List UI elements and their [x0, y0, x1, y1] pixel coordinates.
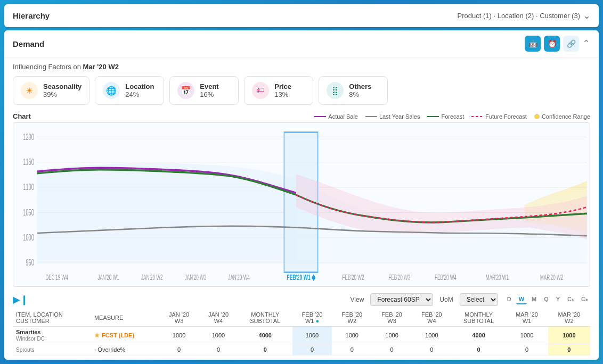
col-header-feb-w2: FEB '20W2: [332, 309, 372, 327]
svg-text:FEB'20 W1 ◆: FEB'20 W1 ◆: [287, 272, 315, 282]
toggle-q[interactable]: Q: [541, 295, 551, 304]
jan-w3-sub[interactable]: 0: [159, 344, 199, 355]
uom-select[interactable]: Select: [460, 293, 498, 306]
svg-text:MAR'20 W1: MAR'20 W1: [486, 273, 509, 281]
demand-panel: Demand 🤖 ⏰ 🔗 ⌃ Influencing Factors on Ma…: [4, 30, 599, 360]
actual-sale-label: Actual Sale: [328, 113, 358, 120]
factor-info-others: Others 8%: [349, 82, 371, 98]
factor-pct-location: 24%: [125, 90, 154, 98]
svg-text:1150: 1150: [23, 157, 34, 167]
robot-icon-button[interactable]: 🤖: [525, 36, 541, 52]
table-row-override: Sprouts › Override% 0 0 0 0 0 0 0 0: [13, 344, 590, 355]
toggle-c1[interactable]: C₁: [565, 295, 576, 304]
chevron-right-icon: ›: [94, 347, 96, 353]
mar-w2-val[interactable]: 1000: [548, 327, 590, 344]
future-forecast-label: Future Forecast: [485, 113, 527, 120]
legend-forecast: Forecast: [427, 113, 464, 120]
toggle-w[interactable]: W: [516, 295, 527, 304]
jan-w4-sub[interactable]: 0: [199, 344, 238, 355]
feb-w2-sub[interactable]: 0: [332, 344, 372, 355]
factor-info-price: Price 13%: [274, 82, 291, 98]
factor-pct-seasonality: 39%: [43, 90, 82, 98]
toggle-buttons: D W M Q Y C₁ C₂: [504, 295, 590, 304]
factor-pct-price: 13%: [274, 90, 291, 98]
hierarchy-bar: Hierarchy Product (1) · Location (2) · C…: [4, 4, 599, 27]
col-header-feb-w1: FEB '20W1 ●: [292, 309, 332, 327]
jan-monthly-val[interactable]: 4000: [238, 327, 292, 344]
feb-w1-val[interactable]: 1000: [292, 327, 332, 344]
factor-card-others[interactable]: ⣿ Others 8%: [319, 76, 388, 105]
hierarchy-title: Hierarchy: [13, 11, 50, 20]
factor-pct-others: 8%: [349, 90, 371, 98]
jan-w3-val[interactable]: 1000: [159, 327, 199, 344]
uom-label: UoM: [439, 296, 453, 303]
svg-text:FEB'20 W4: FEB'20 W4: [435, 273, 457, 281]
mar-w1-sub[interactable]: 0: [506, 344, 548, 355]
mar-w2-sub[interactable]: 0: [548, 344, 590, 355]
factors-row: ☀ Seasonality 39% 🌐 Location 24% 📅: [13, 76, 590, 105]
svg-text:1100: 1100: [23, 183, 34, 192]
collapse-button[interactable]: ⌃: [582, 38, 590, 49]
feb-w4-val[interactable]: 1000: [412, 327, 452, 344]
feb-monthly-val[interactable]: 4000: [452, 327, 506, 344]
feb-w2-val[interactable]: 1000: [332, 327, 372, 344]
influencing-date: Mar '20 W2: [83, 63, 119, 71]
col-header-feb-subtotal: MONTHLYSUBTOTAL: [452, 309, 506, 327]
demand-actions: 🤖 ⏰ 🔗 ⌃: [525, 36, 590, 52]
factor-card-event[interactable]: 📅 Event 16%: [169, 76, 239, 105]
feb-w1-sub[interactable]: 0: [292, 344, 332, 355]
toggle-y[interactable]: Y: [553, 295, 563, 304]
jan-w4-val[interactable]: 1000: [199, 327, 238, 344]
item-name: Smarties: [16, 329, 40, 335]
chart-title: Chart: [13, 112, 31, 120]
col-header-feb-w3: FEB '20W3: [372, 309, 412, 327]
chevron-down-icon[interactable]: ⌄: [583, 11, 590, 21]
table-section: ▶❙ View Forecast 60SP UoM Select D W M Q: [4, 290, 599, 360]
mar-w1-val[interactable]: 1000: [506, 327, 548, 344]
svg-text:JAN'20 W4: JAN'20 W4: [228, 273, 250, 281]
location-icon: 🌐: [103, 82, 120, 99]
feb-w4-sub[interactable]: 0: [412, 344, 452, 355]
col-header-mar-w1: MAR '20W1: [506, 309, 548, 327]
col-header-jan-w4: JAN '20W4: [199, 309, 238, 327]
legend-confidence: Confidence Range: [534, 113, 590, 120]
item-location: Windsor DC: [16, 336, 45, 342]
col-header-feb-w4: FEB '20W4: [412, 309, 452, 327]
measure-sub-cell: › Override%: [91, 344, 159, 355]
clock-icon-button[interactable]: ⏰: [544, 36, 560, 52]
toggle-c2[interactable]: C₂: [578, 295, 590, 304]
fcst-badge: ★ FCST (LDE): [94, 332, 134, 339]
factor-name-location: Location: [125, 82, 154, 90]
factor-card-seasonality[interactable]: ☀ Seasonality 39%: [13, 76, 89, 105]
item-sub-name: Sprouts: [16, 347, 34, 353]
influencing-label: Influencing Factors on: [13, 63, 81, 71]
jan-monthly-sub[interactable]: 0: [238, 344, 292, 355]
toggle-m[interactable]: M: [529, 295, 539, 304]
feb-w3-val[interactable]: 1000: [372, 327, 412, 344]
col-header-mar-w2: MAR '20W2: [548, 309, 590, 327]
svg-text:DEC'19 W4: DEC'19 W4: [45, 273, 68, 281]
toggle-d[interactable]: D: [504, 295, 514, 304]
chart-svg: 1200 1150 1100 1050 1000 950: [13, 123, 590, 286]
view-select[interactable]: Forecast 60SP: [370, 293, 433, 306]
factor-card-location[interactable]: 🌐 Location 24%: [95, 76, 164, 105]
factor-name-seasonality: Seasonality: [43, 82, 82, 90]
event-icon: 📅: [177, 82, 194, 99]
influencing-section: Influencing Factors on Mar '20 W2 ☀ Seas…: [4, 57, 599, 110]
table-toolbar: ▶❙ View Forecast 60SP UoM Select D W M Q: [13, 290, 590, 309]
share-icon-button[interactable]: 🔗: [563, 36, 579, 52]
expand-button[interactable]: ▶❙: [13, 294, 28, 305]
factor-name-others: Others: [349, 82, 371, 90]
chart-header: Chart Actual Sale Last Year Sales Foreca…: [13, 112, 590, 120]
svg-text:JAN'20 W2: JAN'20 W2: [141, 273, 163, 281]
feb-w3-sub[interactable]: 0: [372, 344, 412, 355]
toolbar-controls: View Forecast 60SP UoM Select D W M Q Y: [351, 293, 590, 306]
chart-area[interactable]: 1200 1150 1100 1050 1000 950: [13, 122, 590, 287]
data-table: ITEM, LOCATIONCUSTOMER MEASURE JAN '20W3…: [13, 309, 590, 355]
chart-legend: Actual Sale Last Year Sales Forecast Fut…: [314, 113, 590, 120]
factor-card-price[interactable]: 🏷 Price 13%: [244, 76, 313, 105]
feb-monthly-sub[interactable]: 0: [452, 344, 506, 355]
col-header-measure: MEASURE: [91, 309, 159, 327]
legend-last-year: Last Year Sales: [365, 113, 420, 120]
item-sub-cell: Sprouts: [13, 344, 91, 355]
